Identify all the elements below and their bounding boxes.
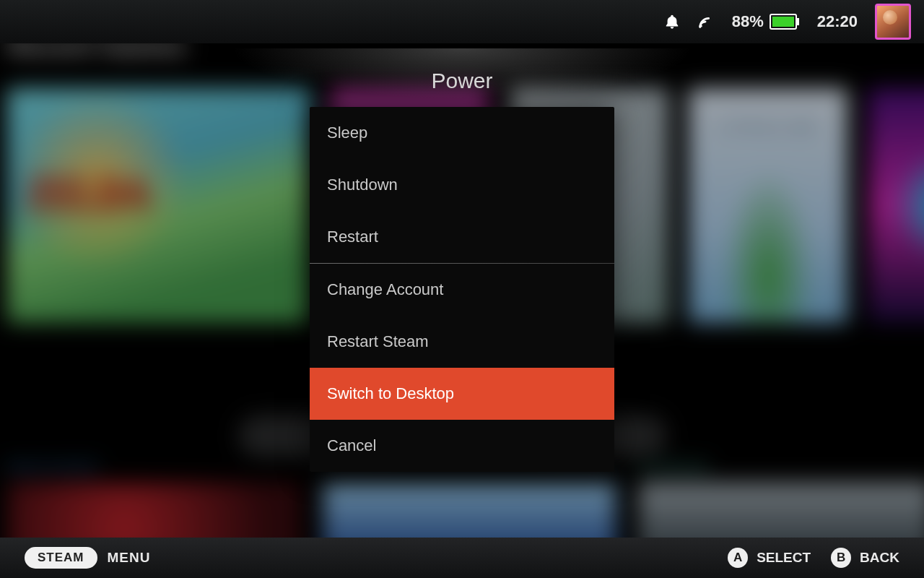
menu-item-switch-to-desktop[interactable]: Switch to Desktop [310, 368, 614, 420]
modal-title: Power [0, 69, 924, 93]
status-bar: 88% 22:20 [0, 0, 924, 43]
footer-bar: STEAM MENU A SELECT B BACK [0, 538, 924, 578]
hint-back: B BACK [831, 548, 899, 568]
battery-percent: 88% [732, 12, 764, 31]
svg-rect-3 [772, 17, 794, 27]
svg-point-0 [699, 25, 702, 27]
steam-button[interactable]: STEAM [25, 547, 97, 569]
power-menu: Sleep Shutdown Restart Change Account Re… [310, 107, 614, 472]
menu-item-sleep[interactable]: Sleep [310, 107, 614, 159]
svg-rect-2 [797, 18, 799, 25]
game-tile [868, 88, 924, 323]
hint-select: A SELECT [728, 548, 811, 568]
menu-item-change-account[interactable]: Change Account [310, 264, 614, 316]
battery-status: 88% [732, 12, 800, 31]
avatar[interactable] [875, 4, 911, 40]
bell-icon[interactable] [664, 13, 680, 30]
menu-item-cancel[interactable]: Cancel [310, 420, 614, 472]
b-button-icon: B [831, 548, 851, 568]
game-tile [689, 88, 848, 323]
menu-item-shutdown[interactable]: Shutdown [310, 159, 614, 211]
menu-label: MENU [108, 550, 151, 566]
a-button-icon: A [728, 548, 748, 568]
game-tile [7, 88, 310, 323]
battery-icon [770, 14, 800, 30]
a-button-label: SELECT [757, 550, 811, 566]
b-button-label: BACK [860, 550, 899, 566]
menu-item-restart[interactable]: Restart [310, 211, 614, 263]
clock: 22:20 [817, 12, 858, 31]
menu-item-restart-steam[interactable]: Restart Steam [310, 316, 614, 368]
cast-icon[interactable] [697, 14, 715, 30]
